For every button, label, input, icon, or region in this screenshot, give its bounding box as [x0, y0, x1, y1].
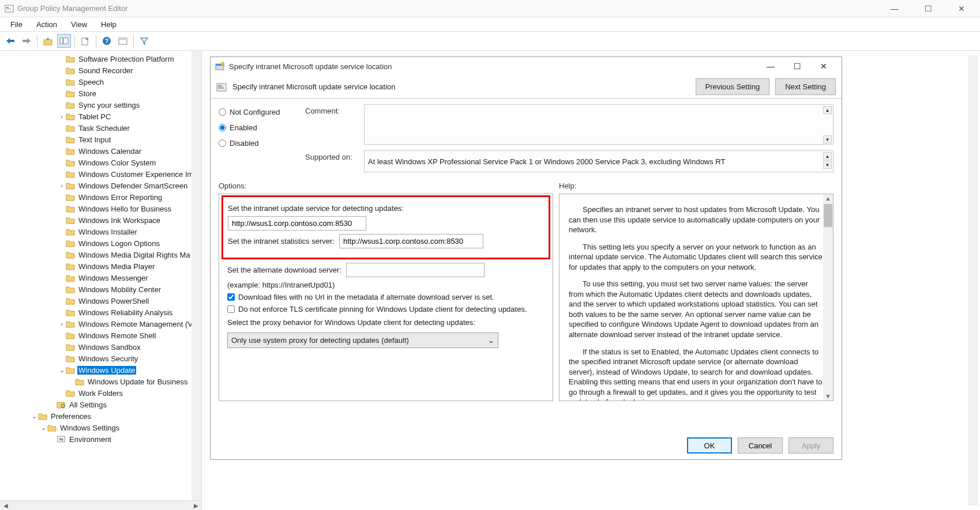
tree-item[interactable]: Windows Security — [2, 353, 201, 364]
tree-item[interactable]: Windows Media Player — [2, 260, 201, 272]
dialog-close-button[interactable]: ✕ — [810, 58, 837, 75]
expand-icon[interactable]: › — [58, 113, 66, 120]
apply-button[interactable]: Apply — [788, 437, 833, 454]
supported-scroll-down-icon[interactable]: ▼ — [823, 161, 832, 169]
close-button[interactable]: ✕ — [950, 4, 973, 13]
tree-item[interactable]: ⌄Windows Update — [2, 364, 201, 376]
tree-item[interactable]: Task Scheduler — [2, 122, 201, 134]
tree-item-label: Windows Defender SmartScreen — [77, 182, 189, 190]
main-area: Software Protection PlatformSound Record… — [0, 51, 980, 510]
tree-item[interactable]: ›Tablet PC — [2, 111, 201, 122]
tree-item[interactable]: Windows Error Reporting — [2, 191, 201, 203]
next-setting-button[interactable]: Next Setting — [775, 78, 836, 95]
cancel-button[interactable]: Cancel — [738, 437, 783, 454]
tls-pinning-checkbox[interactable] — [227, 305, 235, 313]
tree-item[interactable]: ›Windows Remote Management (V — [2, 318, 201, 330]
tree-item[interactable]: Software Protection Platform — [2, 53, 201, 65]
filter-icon[interactable] — [137, 34, 151, 48]
dialog-minimize-button[interactable]: — — [757, 58, 784, 75]
tree-item[interactable]: Windows Remote Shell — [2, 330, 201, 341]
tree-item[interactable]: Windows Sandbox — [2, 341, 201, 353]
tree-item-label: Windows Media Digital Rights Ma — [77, 251, 192, 259]
stats-server-label: Set the intranet statistics server: — [228, 237, 335, 245]
proxy-behavior-select[interactable]: Only use system proxy for detecting upda… — [227, 333, 498, 348]
tree-item[interactable]: Sync your settings — [2, 99, 201, 111]
alt-download-input[interactable] — [346, 263, 485, 277]
up-level-icon[interactable] — [41, 34, 55, 48]
menu-file[interactable]: File — [5, 19, 28, 30]
collapse-icon[interactable]: ⌄ — [58, 367, 66, 374]
maximize-button[interactable]: ☐ — [917, 4, 940, 13]
menu-action[interactable]: Action — [31, 19, 63, 30]
comment-scroll-up-icon[interactable]: ▲ — [823, 106, 832, 114]
tree-item[interactable]: All Settings — [2, 399, 201, 410]
menu-help[interactable]: Help — [95, 19, 122, 30]
tree-item[interactable]: Windows Color System — [2, 157, 201, 168]
tree-item[interactable]: Windows Logon Options — [2, 237, 201, 249]
forward-button[interactable] — [20, 34, 33, 48]
tree-item[interactable]: Windows Update for Business — [2, 376, 201, 387]
expand-icon[interactable]: › — [58, 182, 66, 189]
collapse-icon[interactable]: ⌄ — [30, 413, 38, 420]
help-paragraph: Specifies an intranet server to host upd… — [569, 205, 824, 235]
comment-scroll-down-icon[interactable]: ▼ — [823, 135, 832, 143]
scroll-down-icon[interactable]: ▼ — [824, 392, 832, 401]
window-titlebar: Group Policy Management Editor — ☐ ✕ — [0, 0, 980, 17]
collapse-icon[interactable]: ⌄ — [39, 424, 47, 432]
minimize-button[interactable]: — — [883, 4, 906, 13]
scroll-right-icon[interactable]: ▶ — [192, 501, 200, 510]
tree-item[interactable]: Windows PowerShell — [2, 295, 201, 307]
tree-item[interactable]: Text Input — [2, 134, 201, 145]
properties-icon[interactable] — [116, 34, 130, 48]
help-paragraph: If the status is set to Enabled, the Aut… — [569, 347, 824, 401]
tree-item[interactable]: ⌄Preferences — [2, 410, 201, 422]
dialog-maximize-button[interactable]: ☐ — [784, 58, 810, 75]
tree-item[interactable]: Windows Customer Experience Im — [2, 168, 201, 180]
back-button[interactable] — [3, 34, 17, 48]
tree-item[interactable]: Sound Recorder — [2, 65, 201, 76]
stats-server-input[interactable] — [339, 234, 483, 248]
tree-item-label: Windows Logon Options — [77, 239, 161, 248]
tree-item[interactable]: ›Windows Defender SmartScreen — [2, 180, 201, 191]
tree-item[interactable]: Work Folders — [2, 387, 201, 399]
tree[interactable]: Software Protection PlatformSound Record… — [0, 51, 201, 500]
tree-item[interactable]: Windows Media Digital Rights Ma — [2, 249, 201, 260]
tree-item[interactable]: Windows Reliability Analysis — [2, 307, 201, 318]
tree-vertical-scrollbar[interactable] — [192, 51, 201, 500]
help-paragraph: To use this setting, you must set two se… — [569, 279, 824, 339]
tree-item[interactable]: Windows Ink Workspace — [2, 214, 201, 226]
tree-item[interactable]: ⌄Windows Settings — [2, 422, 201, 433]
tree-item-label: Windows Remote Shell — [77, 331, 157, 340]
dialog-icon — [215, 62, 226, 71]
radio-enabled[interactable]: Enabled — [219, 123, 294, 132]
tree-item[interactable]: Windows Calendar — [2, 145, 201, 157]
tree-item-label: Windows Update for Business — [87, 377, 189, 386]
scroll-thumb[interactable] — [824, 204, 832, 227]
tree-item[interactable]: Windows Installer — [2, 226, 201, 237]
export-icon[interactable] — [78, 34, 92, 48]
scroll-left-icon[interactable]: ◀ — [1, 501, 10, 510]
help-scrollbar[interactable]: ▲ ▼ — [823, 194, 833, 401]
tree-item[interactable]: Windows Hello for Business — [2, 203, 201, 214]
tree-horizontal-scrollbar[interactable]: ◀ ▶ — [0, 500, 201, 510]
tree-item[interactable]: Speech — [2, 76, 201, 88]
tree-item[interactable]: Windows Messenger — [2, 272, 201, 284]
content-vertical-scrollbar[interactable] — [968, 55, 978, 505]
tree-item[interactable]: Store — [2, 88, 201, 99]
tree-item-label: Windows PowerShell — [77, 297, 150, 305]
detect-service-input[interactable] — [228, 216, 366, 231]
supported-scroll-up-icon[interactable]: ▲ — [823, 152, 832, 160]
radio-disabled[interactable]: Disabled — [219, 139, 294, 148]
help-icon[interactable]: ? — [100, 34, 114, 48]
expand-icon[interactable]: › — [58, 320, 66, 327]
ok-button[interactable]: OK — [687, 437, 732, 454]
scroll-up-icon[interactable]: ▲ — [824, 194, 832, 203]
tree-item[interactable]: %Environment — [2, 433, 201, 445]
download-no-url-checkbox[interactable] — [227, 293, 235, 301]
show-hide-tree-icon[interactable] — [57, 34, 71, 48]
comment-field[interactable]: ▲▼ — [364, 104, 833, 145]
tree-item[interactable]: Windows Mobility Center — [2, 284, 201, 295]
previous-setting-button[interactable]: Previous Setting — [696, 78, 770, 95]
menu-view[interactable]: View — [65, 19, 93, 30]
radio-not-configured[interactable]: Not Configured — [219, 108, 294, 116]
